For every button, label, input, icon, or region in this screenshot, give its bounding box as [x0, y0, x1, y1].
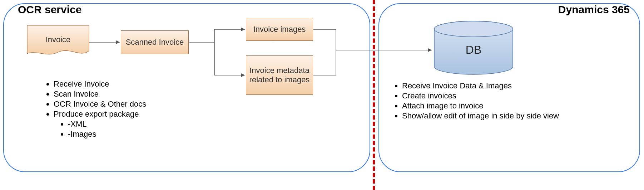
left-bullet-item: Produce export package	[54, 109, 146, 119]
section-divider	[373, 0, 375, 190]
left-bullet-item: Receive Invoice	[54, 79, 146, 89]
right-bullet-item: Receive Invoice Data & Images	[402, 81, 559, 91]
invoice-images-label: Invoice images	[253, 25, 306, 34]
right-section-title: Dynamics 365	[558, 4, 630, 16]
scanned-invoice-label: Scanned Invoice	[126, 38, 184, 47]
invoice-metadata-box: Invoice metadata related to images	[246, 55, 313, 95]
db-label: DB	[432, 20, 515, 75]
left-bullet-item: OCR Invoice & Other docs	[54, 99, 146, 109]
merge-from-metadata	[313, 50, 336, 75]
merge-from-images	[313, 29, 336, 50]
invoice-metadata-label: Invoice metadata related to images	[248, 66, 311, 84]
left-bullets: Receive Invoice Scan Invoice OCR Invoice…	[43, 79, 146, 140]
right-bullet-item: Show/allow edit of image in side by side…	[402, 111, 559, 121]
left-sub-bullet-item: Images	[68, 130, 146, 139]
invoice-images-box: Invoice images	[246, 18, 313, 41]
scanned-invoice-box: Scanned Invoice	[121, 30, 189, 54]
db-shape: DB	[432, 20, 515, 75]
arrow-scanned-to-metadata	[214, 42, 245, 75]
left-sub-bullet-item: XML	[68, 120, 146, 129]
invoice-document-shape: Invoice	[27, 25, 89, 58]
invoice-label: Invoice	[27, 25, 89, 54]
left-section-title: OCR service	[18, 4, 81, 16]
right-bullets: Receive Invoice Data & Images Create inv…	[391, 81, 559, 121]
left-bullet-item: Scan Invoice	[54, 89, 146, 99]
diagram-root: OCR service Dynamics 365 Invoice Scanned…	[0, 0, 644, 190]
right-bullet-item: Create invoices	[402, 91, 559, 101]
arrow-scanned-to-images	[214, 29, 245, 42]
right-bullet-item: Attach image to invoice	[402, 101, 559, 111]
